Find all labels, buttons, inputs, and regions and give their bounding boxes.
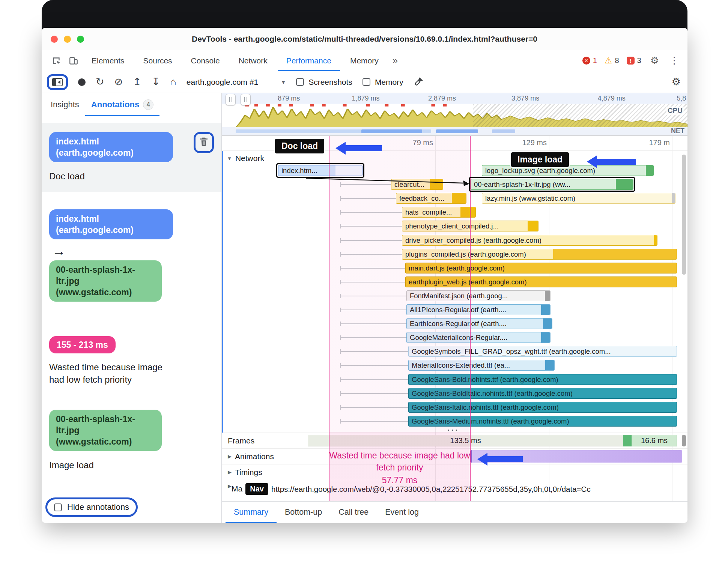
timeline-overview[interactable]: 879 ms1,879 ms2,879 ms3,879 ms4,879 ms5,… bbox=[222, 93, 687, 136]
network-request-bar[interactable]: GoogleSans-Italic.nohints.ttf (earth.goo… bbox=[408, 402, 677, 413]
network-request-bar[interactable]: All1PIcons-Regular.otf (earth.... bbox=[406, 304, 551, 315]
animations-track-header[interactable]: ▶ Animations bbox=[222, 452, 274, 461]
error-count[interactable]: ✕ 1 bbox=[582, 56, 597, 65]
request-whisker bbox=[340, 407, 408, 408]
wasted-time-annotation[interactable]: Wasted time because image had low fetch … bbox=[329, 449, 471, 486]
frames-track-header[interactable]: Frames bbox=[222, 436, 254, 445]
network-request-bar[interactable]: EarthIcons-Regular.otf (earth.... bbox=[406, 318, 552, 329]
network-request-bar[interactable]: GoogleMaterialIcons-Regular.... bbox=[406, 332, 551, 343]
tab-call-tree[interactable]: Call tree bbox=[330, 502, 377, 523]
request-whisker bbox=[340, 421, 408, 422]
zoom-window-right-handle[interactable] bbox=[241, 94, 251, 105]
settings-gear-icon[interactable]: ⚙ bbox=[649, 55, 660, 66]
tab-memory[interactable]: Memory bbox=[341, 50, 387, 71]
more-tabs-icon[interactable]: » bbox=[389, 55, 402, 66]
annotation-card-link[interactable]: index.html (earth.google.com) → 00-earth… bbox=[42, 209, 221, 302]
show-sidebar-icon[interactable] bbox=[52, 78, 63, 86]
zoom-window-left-handle[interactable] bbox=[226, 94, 236, 105]
network-request-bar[interactable]: hats_compile... bbox=[402, 207, 476, 218]
memory-checkbox[interactable] bbox=[362, 78, 370, 86]
time-range-pill[interactable]: 155 - 213 ms bbox=[49, 336, 116, 353]
annotation-card-time-range[interactable]: 155 - 213 ms Wasted time because image h… bbox=[42, 336, 221, 386]
annotated-request-outline bbox=[469, 177, 635, 192]
frame-duration-bar[interactable]: 16.6 ms bbox=[632, 435, 677, 446]
annotation-label: Wasted time because image had low fetch … bbox=[49, 361, 169, 386]
tab-console[interactable]: Console bbox=[182, 50, 229, 71]
frame-duration-bar[interactable]: 133.5 ms bbox=[308, 435, 623, 446]
ruler-tick-label: 3,879 ms bbox=[511, 95, 539, 102]
network-request-bar[interactable]: feedback_co... bbox=[396, 193, 466, 204]
doc-load-annotation-label[interactable]: Doc load bbox=[275, 139, 324, 153]
upload-profile-icon[interactable]: ↥ bbox=[133, 77, 141, 87]
trash-icon[interactable] bbox=[198, 136, 209, 149]
network-track-title: Network bbox=[235, 154, 264, 163]
network-request-bar[interactable]: GoogleSymbols_FILL_GRAD_opsz_wght.ttf (e… bbox=[408, 346, 677, 357]
network-request-bar[interactable]: drive_picker_compiled.js (earth.google.c… bbox=[402, 235, 657, 246]
inspect-element-icon[interactable] bbox=[48, 53, 64, 68]
main-track-header[interactable]: ▶ bbox=[222, 483, 232, 489]
network-track-header[interactable]: ▼ Network bbox=[227, 154, 267, 163]
hide-annotations-checkbox[interactable] bbox=[54, 503, 62, 511]
annotation-pill[interactable]: index.html (earth.google.com) bbox=[49, 132, 173, 162]
request-tail-segment bbox=[646, 165, 653, 176]
grid-time-label: 129 ms bbox=[502, 138, 547, 147]
target-selector[interactable]: earth.google.com #1 ▼ bbox=[187, 78, 286, 87]
garbage-collect-icon[interactable] bbox=[414, 77, 424, 88]
annotation-pill[interactable]: 00-earth-splash-1x-ltr.jpg (www.gstatic.… bbox=[49, 410, 162, 451]
tab-performance[interactable]: Performance bbox=[278, 50, 340, 71]
zoom-window-button[interactable] bbox=[77, 36, 84, 43]
close-window-button[interactable] bbox=[51, 36, 58, 43]
network-request-bar[interactable]: phenotype_client_compiled.j... bbox=[402, 221, 538, 231]
minimize-window-button[interactable] bbox=[64, 36, 71, 43]
reload-record-icon[interactable]: ↻ bbox=[96, 77, 104, 87]
annotation-card-image-load[interactable]: 00-earth-splash-1x-ltr.jpg (www.gstatic.… bbox=[42, 410, 221, 470]
expand-triangle-icon: ▶ bbox=[228, 454, 232, 459]
tab-bottom-up[interactable]: Bottom-up bbox=[277, 502, 330, 523]
frames-scrollbar-thumb[interactable] bbox=[682, 435, 686, 446]
issues-count[interactable]: ! 3 bbox=[627, 56, 641, 65]
network-track[interactable]: ▼ Network index.htm...logo_lockup.svg (e… bbox=[222, 151, 687, 433]
annotation-pill[interactable]: index.html (earth.google.com) bbox=[49, 209, 173, 239]
network-request-bar[interactable]: plugins_compiled.js (earth.google.com) bbox=[402, 249, 677, 260]
clear-icon[interactable]: ⊘ bbox=[114, 77, 123, 87]
nav-marker-badge[interactable]: Nav bbox=[245, 483, 268, 495]
warning-count[interactable]: ⚠ 8 bbox=[605, 56, 619, 65]
capture-settings-gear-icon[interactable]: ⚙ bbox=[670, 77, 682, 87]
details-tabbar: Summary Bottom-up Call tree Event log bbox=[222, 501, 687, 523]
network-request-bar[interactable]: GoogleSans-Bold.nohints.ttf (earth.googl… bbox=[408, 374, 677, 385]
ruler-tick-label: 5,8 bbox=[677, 95, 686, 102]
device-toolbar-icon[interactable] bbox=[66, 53, 81, 68]
record-button[interactable] bbox=[78, 78, 86, 86]
image-load-annotation-label[interactable]: Image load bbox=[511, 152, 569, 167]
network-request-bar[interactable]: main.dart.js (earth.google.com) bbox=[405, 263, 677, 273]
tab-insights[interactable]: Insights bbox=[45, 93, 85, 116]
network-request-bar[interactable]: GoogleSans-BoldItalic.nohints.ttf (earth… bbox=[408, 388, 677, 399]
network-overflow-indicator[interactable]: ... bbox=[447, 421, 459, 433]
request-whisker bbox=[340, 198, 396, 199]
annotation-pill[interactable]: 00-earth-splash-1x-ltr.jpg (www.gstatic.… bbox=[49, 260, 162, 302]
frame-segment[interactable] bbox=[623, 435, 632, 446]
tab-summary[interactable]: Summary bbox=[226, 502, 277, 523]
tab-network[interactable]: Network bbox=[230, 50, 276, 71]
network-request-bar[interactable]: clearcut... bbox=[391, 179, 443, 190]
grid-time-label: 179 m bbox=[625, 138, 670, 147]
tab-sources[interactable]: Sources bbox=[135, 50, 181, 71]
frames-track[interactable]: Frames 133.5 ms 16.6 ms bbox=[222, 433, 687, 449]
tab-elements[interactable]: Elements bbox=[83, 50, 133, 71]
network-request-bar[interactable]: lazy.min.js (www.gstatic.com) bbox=[482, 193, 675, 204]
sidebar-toggle-highlight bbox=[47, 74, 68, 90]
screenshots-checkbox[interactable] bbox=[296, 78, 304, 86]
network-request-bar[interactable]: FontManifest.json (earth.goog... bbox=[406, 290, 551, 301]
annotation-card-doc-load[interactable]: index.html (earth.google.com) Doc load bbox=[42, 123, 221, 192]
download-profile-icon[interactable]: ↧ bbox=[152, 77, 160, 87]
live-metrics-home-icon[interactable]: ⌂ bbox=[170, 77, 176, 87]
tab-annotations[interactable]: Annotations 4 bbox=[85, 93, 159, 116]
timings-track-header[interactable]: ▶ Timings bbox=[222, 468, 262, 477]
network-request-bar[interactable]: earthplugin_web.js (earth.google.com) bbox=[405, 276, 677, 287]
network-request-bar[interactable]: MaterialIcons-Extended.ttf (ea... bbox=[408, 360, 555, 371]
network-scrollbar-thumb[interactable] bbox=[682, 155, 686, 275]
request-tail-segment bbox=[452, 193, 466, 203]
kebab-menu-icon[interactable]: ⋮ bbox=[668, 55, 681, 66]
request-tail-segment bbox=[430, 179, 443, 189]
tab-event-log[interactable]: Event log bbox=[377, 502, 427, 523]
